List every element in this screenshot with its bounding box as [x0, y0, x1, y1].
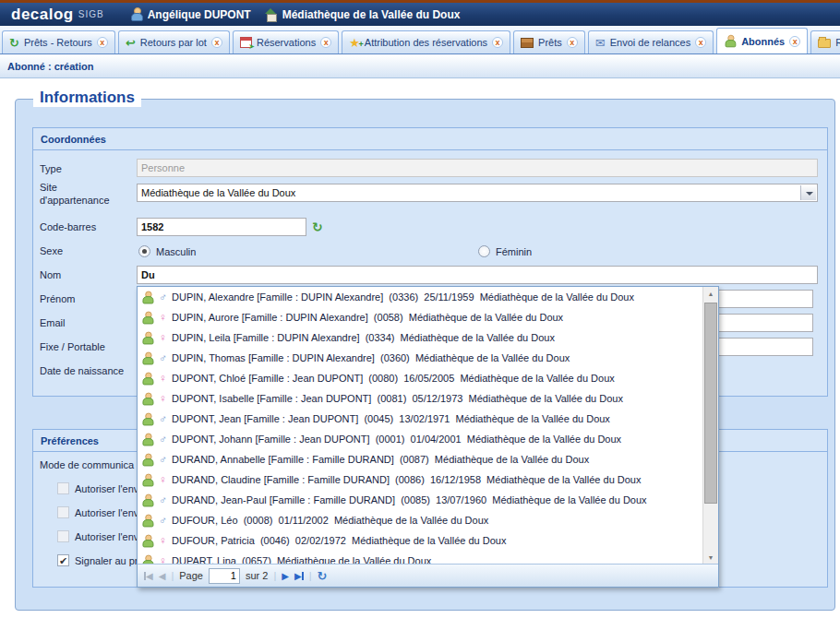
list-item-text: DURAND, Claudine [Famille : Famille DURA… — [172, 474, 641, 485]
separator: | — [309, 570, 312, 581]
tab-prets[interactable]: Prêts — [513, 30, 585, 53]
page-number-input[interactable] — [209, 568, 240, 584]
page-label: Page — [179, 570, 203, 581]
codebarres-field[interactable] — [137, 218, 306, 236]
person-icon — [142, 291, 154, 303]
list-item[interactable]: DUPIN, Leila [Famille : DUPIN Alexandre]… — [138, 327, 718, 348]
nom-field[interactable] — [137, 266, 818, 284]
site-label-line2: d'appartenance — [40, 195, 110, 206]
list-item-text: DURAND, Jean-Paul [Famille : Famille DUR… — [172, 494, 647, 505]
list-item[interactable]: DUFOUR, Léo (0008) 01/11/2002 Médiathèqu… — [138, 510, 718, 530]
gender-icon — [158, 392, 168, 405]
refresh-icon[interactable] — [318, 569, 328, 583]
application-window: decalog SIGB Angélique DUPONT Médiathèqu… — [0, 0, 840, 618]
gender-icon — [158, 372, 168, 385]
close-icon[interactable] — [789, 36, 800, 47]
current-site-name: Médiathèque de la Vallée du Doux — [282, 8, 461, 21]
signaler-au-pret-checkbox[interactable] — [57, 554, 69, 566]
gender-icon — [158, 331, 168, 344]
scrollbar[interactable]: ▲ ▼ — [702, 287, 718, 565]
list-item[interactable]: DUPIN, Aurore [Famille : DUPIN Alexandre… — [138, 307, 718, 327]
autoriser-envoi-3-checkbox — [57, 530, 69, 542]
tab-envoi-relances[interactable]: Envoi de relances — [588, 30, 714, 53]
tab-regroupement[interactable]: Regroupem — [810, 30, 840, 53]
list-item-text: DUFOUR, Patricia (0046) 02/02/1972 Média… — [172, 535, 506, 546]
next-page-button[interactable]: ▶ — [282, 571, 289, 581]
scroll-up-icon[interactable]: ▲ — [703, 287, 718, 302]
gender-icon — [158, 514, 168, 527]
date-naissance-label: Date de naissance — [40, 365, 124, 376]
list-item[interactable]: DUPIN, Alexandre [Famille : DUPIN Alexan… — [138, 287, 718, 307]
pagination-bar: ◀ ◀ | Page sur 2 | ▶ ▶ | — [138, 564, 718, 587]
list-item[interactable]: DUPONT, Johann [Famille : Jean DUPONT] (… — [138, 429, 718, 449]
list-item[interactable]: DUPONT, Isabelle [Famille : Jean DUPONT]… — [138, 388, 718, 409]
site-select-value: Médiathèque de la Vallée du Doux — [141, 187, 295, 198]
tab-label: Abonnés — [741, 36, 785, 47]
tab-retours-par-lot[interactable]: Retours par lot — [118, 30, 230, 53]
close-icon[interactable] — [97, 37, 108, 48]
user-icon — [130, 7, 143, 21]
app-logo-suffix: SIGB — [78, 9, 104, 19]
person-icon — [142, 534, 154, 547]
tab-attribution-reservations[interactable]: Attribution des réservations — [342, 30, 510, 53]
type-label: Type — [40, 163, 62, 174]
list-item[interactable]: DUFOUR, Patricia (0046) 02/02/1972 Média… — [138, 530, 718, 551]
tab-label: Retours par lot — [140, 37, 207, 48]
list-item-text: DUPONT, Isabelle [Famille : Jean DUPONT]… — [172, 393, 623, 404]
gender-icon — [158, 351, 168, 364]
regenerate-barcode-icon[interactable] — [312, 220, 323, 234]
close-icon[interactable] — [320, 37, 331, 48]
gender-icon — [158, 291, 168, 303]
nom-label: Nom — [40, 269, 61, 280]
list-item[interactable]: DUPIN, Thomas [Famille : DUPIN Alexandre… — [138, 348, 718, 368]
prenom-label: Prénom — [40, 293, 76, 304]
gender-icon — [158, 473, 168, 486]
tab-reservations[interactable]: Réservations — [233, 30, 339, 53]
list-item[interactable]: DURAND, Annabelle [Famille : Famille DUR… — [138, 449, 718, 469]
app-logo: decalog — [11, 6, 74, 24]
tab-label: Prêts - Retours — [24, 37, 92, 48]
gender-icon — [158, 311, 168, 324]
list-item-text: DUFOUR, Léo (0008) 01/11/2002 Médiathèqu… — [172, 515, 488, 526]
list-item[interactable]: DUPONT, Chloé [Famille : Jean DUPONT] (0… — [138, 368, 718, 388]
close-icon[interactable] — [492, 37, 503, 48]
calendar-icon — [240, 37, 252, 48]
separator: | — [171, 570, 174, 581]
person-icon — [142, 412, 154, 425]
autoriser-envoi-2-checkbox — [57, 506, 69, 518]
chevron-down-icon[interactable] — [800, 185, 816, 200]
radio-masculin[interactable] — [138, 245, 150, 257]
type-field — [137, 159, 818, 177]
undo-arrow-icon — [126, 36, 136, 50]
person-icon — [142, 453, 154, 466]
person-icon — [142, 372, 154, 385]
envelope-icon — [595, 36, 606, 50]
email-label: Email — [40, 317, 66, 328]
site-select[interactable]: Médiathèque de la Vallée du Doux — [137, 184, 818, 202]
tab-prets-retours[interactable]: Prêts - Retours — [2, 30, 115, 53]
person-icon — [142, 392, 154, 405]
masculin-label: Masculin — [156, 246, 196, 257]
list-item[interactable]: DUPONT, Jean [Famille : Jean DUPONT] (00… — [138, 409, 718, 429]
first-page-button: ◀ — [144, 571, 153, 581]
list-item[interactable]: DURAND, Jean-Paul [Famille : Famille DUR… — [138, 490, 718, 510]
list-item-text: DURAND, Annabelle [Famille : Famille DUR… — [172, 454, 589, 465]
tab-label: Envoi de relances — [610, 37, 690, 48]
last-page-button[interactable]: ▶ — [294, 571, 304, 581]
close-icon[interactable] — [695, 37, 706, 48]
list-item[interactable]: DURAND, Claudine [Famille : Famille DURA… — [138, 469, 718, 490]
list-item-text: DUPIN, Aurore [Famille : DUPIN Alexandre… — [172, 312, 563, 323]
tab-label: Réservations — [257, 37, 316, 48]
close-icon[interactable] — [211, 37, 222, 48]
feminin-label: Féminin — [496, 246, 532, 257]
site-label-line1: Site — [40, 182, 57, 193]
close-icon[interactable] — [567, 37, 578, 48]
list-item-text: DUPONT, Chloé [Famille : Jean DUPONT] (0… — [172, 373, 615, 384]
home-icon — [264, 8, 278, 21]
list-item-text: DUPONT, Jean [Famille : Jean DUPONT] (00… — [172, 413, 610, 424]
codebarres-label: Code-barres — [40, 221, 96, 232]
scrollbar-thumb[interactable] — [704, 303, 717, 504]
tab-abonnes[interactable]: Abonnés — [716, 28, 808, 53]
radio-feminin[interactable] — [478, 245, 490, 257]
autoriser-envoi-1-checkbox — [57, 482, 69, 494]
